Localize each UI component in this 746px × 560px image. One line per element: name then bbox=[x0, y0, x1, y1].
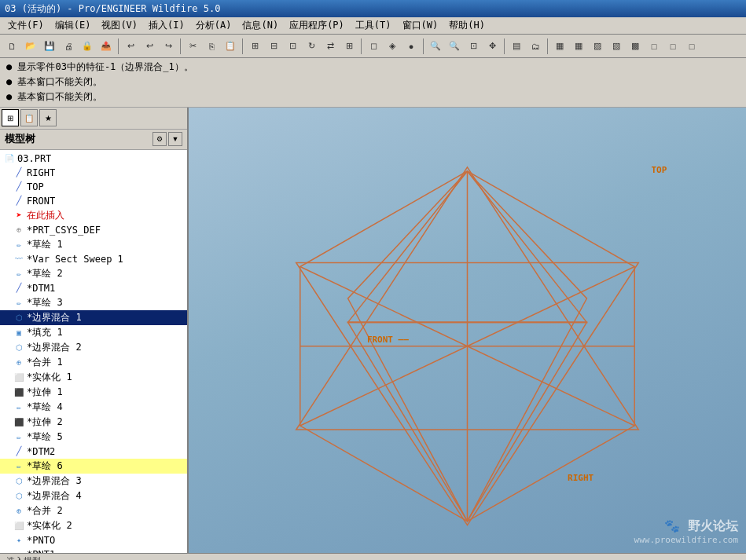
tab-layer-btn[interactable]: 📋 bbox=[20, 109, 38, 126]
extra-btn7[interactable]: □ bbox=[664, 38, 682, 55]
print-btn[interactable]: 🖨 bbox=[60, 38, 77, 55]
feature-btn2[interactable]: ⊟ bbox=[265, 38, 282, 55]
tree-item-varsect[interactable]: 〰*Var Sect Sweep 1 bbox=[0, 252, 187, 266]
extra-btn2[interactable]: ▦ bbox=[570, 38, 587, 55]
menu-item-t[interactable]: 工具(T) bbox=[351, 17, 396, 34]
tree-item-blend3[interactable]: ⬡*边界混合 3 bbox=[0, 474, 187, 489]
watermark-url: www.proewildfire.com bbox=[634, 535, 738, 545]
tree-item-sketch4[interactable]: ✏*草绘 4 bbox=[0, 400, 187, 415]
tree-item-label: 03.PRT bbox=[17, 153, 51, 164]
menu-item-h[interactable]: 帮助(H) bbox=[444, 17, 490, 34]
tree-item-solidify1[interactable]: ⬜*实体化 1 bbox=[0, 370, 187, 385]
titlebar: 03 (活动的) - Pro/ENGINEER Wildfire 5.0 bbox=[0, 0, 746, 17]
switch-btn[interactable]: ⇄ bbox=[322, 38, 339, 55]
menu-item-a[interactable]: 分析(A) bbox=[191, 17, 237, 34]
tab-star-btn[interactable]: ★ bbox=[39, 109, 57, 126]
extra-btn4[interactable]: ▧ bbox=[608, 38, 625, 55]
tree-item-pnto[interactable]: ✦*PNTO bbox=[0, 533, 187, 547]
status-message: ● 显示零件03中的特征-1（边界混合_1）。 bbox=[6, 60, 740, 75]
redo-btn[interactable]: ↪ bbox=[160, 38, 177, 55]
left-panel: ⊞ 📋 ★ 模型树 ⚙ ▼ 📄03.PRT╱RIGHT╱TOP╱FRONT➤在此… bbox=[0, 108, 189, 553]
modeltree-controls: ⚙ ▼ bbox=[153, 132, 182, 146]
tree-item-label: *合并 2 bbox=[27, 504, 63, 518]
tree-item-label: *边界混合 2 bbox=[27, 341, 82, 354]
tree-item-sketch3[interactable]: ✏*草绘 3 bbox=[0, 295, 187, 310]
menu-item-e[interactable]: 编辑(E) bbox=[50, 17, 96, 34]
tree-item-extrude2[interactable]: ⬛*拉伸 2 bbox=[0, 415, 187, 430]
status-message: ● 基本窗口不能关闭。 bbox=[6, 90, 740, 104]
tree-item-right[interactable]: ╱RIGHT bbox=[0, 166, 187, 180]
pan-btn[interactable]: ✥ bbox=[483, 38, 501, 55]
tree-item-label: *边界混合 3 bbox=[27, 474, 82, 488]
tree-item-blend4[interactable]: ⬡*边界混合 4 bbox=[0, 489, 187, 503]
menu-item-w[interactable]: 窗口(W) bbox=[398, 17, 443, 34]
lock-btn[interactable]: 🔒 bbox=[79, 38, 96, 55]
modeltree[interactable]: 📄03.PRT╱RIGHT╱TOP╱FRONT➤在此插入⊕*PRT_CSYS_D… bbox=[0, 150, 187, 553]
paste-btn[interactable]: 📋 bbox=[222, 38, 239, 55]
menu-item-i[interactable]: 插入(I) bbox=[144, 17, 189, 34]
zoom-out-btn[interactable]: 🔍 bbox=[446, 38, 463, 55]
extra-btn5[interactable]: ▩ bbox=[627, 38, 644, 55]
tree-item-label: *边界混合 4 bbox=[27, 489, 82, 503]
toolbar: 🗋 📂 💾 🖨 🔒 📤 ↩ ↩ ↪ ✂ ⎘ 📋 ⊞ ⊟ ⊡ ↻ ⇄ ⊞ ◻ ◈ … bbox=[0, 35, 746, 58]
regen-btn[interactable]: ↻ bbox=[303, 38, 320, 55]
open-btn[interactable]: 📂 bbox=[22, 38, 39, 55]
export-btn[interactable]: 📤 bbox=[97, 38, 115, 55]
cut-btn[interactable]: ✂ bbox=[184, 38, 201, 55]
extra-btn6[interactable]: □ bbox=[645, 38, 663, 55]
tree-item-fill1[interactable]: ▣*填充 1 bbox=[0, 325, 187, 340]
measure-btn[interactable]: ⊞ bbox=[340, 38, 358, 55]
tab-tree-btn[interactable]: ⊞ bbox=[2, 109, 19, 126]
view-btn1[interactable]: ◻ bbox=[365, 38, 382, 55]
undo2-btn[interactable]: ↩ bbox=[141, 38, 158, 55]
modeltree-expand-btn[interactable]: ▼ bbox=[168, 132, 182, 146]
tree-item-label: *合并 1 bbox=[27, 356, 63, 369]
modeltree-header: 模型树 ⚙ ▼ bbox=[0, 130, 187, 150]
menu-item-f[interactable]: 文件(F) bbox=[3, 17, 49, 34]
viewport[interactable]: FRONT —— TOP RIGHT 🐾 野火论坛 www.proewildfi… bbox=[189, 108, 746, 553]
feature-btn1[interactable]: ⊞ bbox=[246, 38, 263, 55]
tree-item-pnt1[interactable]: ✦*PNT1 bbox=[0, 547, 187, 553]
statusbar: 选入模型 bbox=[0, 553, 746, 560]
new-btn[interactable]: 🗋 bbox=[3, 38, 20, 55]
tree-item-front[interactable]: ╱FRONT bbox=[0, 194, 187, 208]
fit-btn[interactable]: ⊡ bbox=[465, 38, 482, 55]
menu-item-n[interactable]: 信息(N) bbox=[237, 17, 283, 34]
undo-btn[interactable]: ↩ bbox=[122, 38, 139, 55]
tree-item-sketch1[interactable]: ✏*草绘 1 bbox=[0, 237, 187, 252]
tree-item-blend1[interactable]: ⬡*边界混合 1 bbox=[0, 310, 187, 325]
tree-item-label: *填充 1 bbox=[27, 326, 63, 339]
tree-item-extrude1[interactable]: ⬛*拉伸 1 bbox=[0, 385, 187, 400]
tree-item-csys[interactable]: ⊕*PRT_CSYS_DEF bbox=[0, 223, 187, 237]
layer-btn[interactable]: ▤ bbox=[508, 38, 525, 55]
tree-item-dtm1[interactable]: ╱*DTM1 bbox=[0, 281, 187, 295]
menu-item-p[interactable]: 应用程序(P) bbox=[285, 17, 349, 34]
tree-item-label: *拉伸 2 bbox=[27, 415, 63, 429]
modeltree-settings-btn[interactable]: ⚙ bbox=[153, 132, 167, 146]
tree-item-sketch2[interactable]: ✏*草绘 2 bbox=[0, 266, 187, 281]
tree-item-sketch5[interactable]: ✏*草绘 5 bbox=[0, 430, 187, 445]
model-btn[interactable]: 🗂 bbox=[527, 38, 544, 55]
tree-item-blend2[interactable]: ⬡*边界混合 2 bbox=[0, 340, 187, 355]
tree-item-merge1[interactable]: ⊕*合并 1 bbox=[0, 355, 187, 370]
zoom-in-btn[interactable]: 🔍 bbox=[427, 38, 444, 55]
tree-item-top[interactable]: ╱TOP bbox=[0, 180, 187, 194]
tree-item-sketch6[interactable]: ✏*草绘 6 bbox=[0, 459, 187, 474]
tree-item-label: RIGHT bbox=[27, 167, 55, 178]
tree-item-merge2[interactable]: ⊕*合并 2 bbox=[0, 503, 187, 518]
label-top: TOP bbox=[651, 165, 667, 175]
tree-item-root[interactable]: 📄03.PRT bbox=[0, 152, 187, 166]
copy-btn[interactable]: ⎘ bbox=[203, 38, 220, 55]
feature-btn3[interactable]: ⊡ bbox=[284, 38, 301, 55]
view-btn3[interactable]: ● bbox=[402, 38, 420, 55]
tree-item-dtm2[interactable]: ╱*DTM2 bbox=[0, 445, 187, 459]
tree-item-label: *DTM2 bbox=[27, 446, 55, 457]
extra-btn1[interactable]: ▦ bbox=[551, 38, 568, 55]
menu-item-v[interactable]: 视图(V) bbox=[97, 17, 142, 34]
tree-item-solidify2[interactable]: ⬜*实体化 2 bbox=[0, 518, 187, 533]
extra-btn3[interactable]: ▨ bbox=[589, 38, 606, 55]
tree-item-insert[interactable]: ➤在此插入 bbox=[0, 208, 187, 223]
extra-btn8[interactable]: □ bbox=[683, 38, 700, 55]
view-btn2[interactable]: ◈ bbox=[384, 38, 401, 55]
save-btn[interactable]: 💾 bbox=[41, 38, 58, 55]
